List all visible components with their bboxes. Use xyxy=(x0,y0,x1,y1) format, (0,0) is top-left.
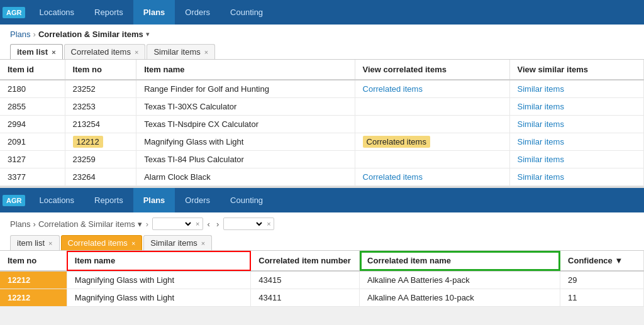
table-1-wrapper: Item id Item no Item name View correlate… xyxy=(0,60,644,186)
tab2-correlated-items[interactable]: Correlated items × xyxy=(61,235,143,250)
highlighted-item-no: 12212 xyxy=(73,136,103,148)
tab2-item-list-label: item list xyxy=(17,238,45,248)
col2-confidence[interactable]: Confidence ▼ xyxy=(560,251,644,271)
col-item-no: Item no xyxy=(65,60,136,80)
cell2-item-no: 12212 xyxy=(0,289,67,307)
table1-row: 312723259Texas TI-84 Plus CalculatorSimi… xyxy=(0,151,644,168)
similar-link[interactable]: Similar items xyxy=(518,155,564,164)
nav-orders[interactable]: Orders xyxy=(175,0,220,25)
nav-counting[interactable]: Counting xyxy=(220,0,273,25)
tab-item-list-label: item list xyxy=(17,47,48,57)
col-item-name: Item name xyxy=(136,60,355,80)
correlated-link[interactable]: Correlated items xyxy=(363,84,423,94)
tab2-similar-items[interactable]: Similar items × xyxy=(143,235,212,250)
cell-item-no: 213254 xyxy=(65,116,136,133)
cell-view-correlated: Correlated items xyxy=(355,80,509,98)
table1-row: 285523253Texas TI-30XS CalculatorSimilar… xyxy=(0,98,644,116)
table2-row: 12212Magnifying Glass with Light43411Alk… xyxy=(0,289,644,307)
logo-2: AGR xyxy=(3,195,25,206)
nav2-counting[interactable]: Counting xyxy=(220,188,273,212)
similar-link[interactable]: Similar items xyxy=(518,102,564,111)
cell-view-similar: Similar items xyxy=(509,151,644,168)
nav-locations[interactable]: Locations xyxy=(29,0,84,25)
filter-close-2[interactable]: × xyxy=(267,220,270,228)
panel-2: AGR Locations Reports Plans Orders Count… xyxy=(0,188,644,307)
tab2-similar-label: Similar items xyxy=(150,238,197,248)
cell2-item-name: Magnifying Glass with Light xyxy=(67,289,250,307)
breadcrumb-dropdown-icon[interactable]: ▾ xyxy=(146,30,150,38)
tab2-item-list[interactable]: item list × xyxy=(10,235,60,250)
cell-item-id: 2855 xyxy=(0,98,65,116)
cell-item-id: 2994 xyxy=(0,116,65,133)
similar-link[interactable]: Similar items xyxy=(518,137,564,146)
tab-similar-label: Similar items xyxy=(153,47,200,57)
tab-correlated-items[interactable]: Correlated items × xyxy=(64,44,146,59)
nav-plans[interactable]: Plans xyxy=(133,0,175,25)
col2-item-no: Item no xyxy=(0,251,67,271)
cell2-confidence: 11 xyxy=(560,289,644,307)
tab-item-list[interactable]: item list × xyxy=(10,44,63,59)
breadcrumb2-sep: › xyxy=(33,219,36,229)
col2-corr-item-name: Correlated item name xyxy=(360,251,560,271)
tab-similar-close[interactable]: × xyxy=(204,48,208,56)
cell-view-correlated xyxy=(355,151,509,168)
table-2-wrapper: Item no Item name Correlated item number… xyxy=(0,251,644,307)
correlated-items-table: Item no Item name Correlated item number… xyxy=(0,251,644,307)
tab-correlated-label: Correlated items xyxy=(71,47,131,57)
col2-corr-item-no: Correlated item number xyxy=(251,251,360,271)
breadcrumb-sep: › xyxy=(33,30,36,39)
cell-view-similar: Similar items xyxy=(509,168,644,186)
tab2-item-list-close[interactable]: × xyxy=(48,240,52,247)
tab-item-list-close[interactable]: × xyxy=(52,48,55,56)
nav2-reports[interactable]: Reports xyxy=(84,188,133,212)
nav-prev[interactable]: ‹ xyxy=(206,219,212,229)
cell-view-similar: Similar items xyxy=(509,80,644,98)
breadcrumb2-current: Correlation & Similar items xyxy=(38,219,135,229)
similar-link[interactable]: Similar items xyxy=(518,119,564,129)
nav2-plans[interactable]: Plans xyxy=(133,188,175,212)
cell2-corr-item-no: 43415 xyxy=(251,271,360,289)
breadcrumb-parent[interactable]: Plans xyxy=(10,30,31,39)
cell-item-id: 2180 xyxy=(0,80,65,98)
col-view-similar: View similar items xyxy=(509,60,644,80)
cell-item-no: 23252 xyxy=(65,80,136,98)
cell-view-correlated xyxy=(355,98,509,116)
cell-item-name: Texas TI-Nsdpire CX Calculator xyxy=(136,116,355,133)
cell-view-similar: Similar items xyxy=(509,133,644,151)
filter-select-2[interactable] xyxy=(226,219,264,229)
filter-box-2[interactable]: × xyxy=(223,218,274,230)
similar-link[interactable]: Similar items xyxy=(518,84,564,94)
tab2-correlated-label: Correlated items xyxy=(68,238,128,248)
tab-correlated-close[interactable]: × xyxy=(135,48,138,56)
tab2-similar-close[interactable]: × xyxy=(201,240,205,247)
logo-1: AGR xyxy=(3,7,25,18)
nav2-orders[interactable]: Orders xyxy=(175,188,220,212)
cell2-item-no: 12212 xyxy=(0,271,67,289)
cell-item-no: 12212 xyxy=(65,133,136,151)
col-view-correlated: View correlated items xyxy=(355,60,509,80)
tab2-correlated-close[interactable]: × xyxy=(131,240,135,247)
navbar-2: AGR Locations Reports Plans Orders Count… xyxy=(0,188,644,212)
breadcrumb2-parent[interactable]: Plans xyxy=(10,219,31,229)
nav2-locations[interactable]: Locations xyxy=(29,188,84,212)
filter-box-1[interactable]: × xyxy=(152,218,203,230)
tab-similar-items[interactable]: Similar items × xyxy=(147,44,215,59)
filter-close-1[interactable]: × xyxy=(196,220,199,228)
breadcrumb2-dropdown[interactable]: ▾ xyxy=(138,219,142,229)
filter-select-1[interactable] xyxy=(155,219,193,229)
cell-item-name: Alarm Clock Black xyxy=(136,168,355,186)
nav-next[interactable]: › xyxy=(214,219,221,229)
cell-item-no: 23264 xyxy=(65,168,136,186)
cell-item-id: 3377 xyxy=(0,168,65,186)
cell2-confidence: 29 xyxy=(560,271,644,289)
nav-reports[interactable]: Reports xyxy=(84,0,133,25)
app-container: AGR Locations Reports Plans Orders Count… xyxy=(0,0,644,307)
navbar-1: AGR Locations Reports Plans Orders Count… xyxy=(0,0,644,25)
cell-item-no: 23259 xyxy=(65,151,136,168)
highlighted-correlated-link[interactable]: Correlated items xyxy=(363,136,430,148)
correlated-link[interactable]: Correlated items xyxy=(363,172,423,182)
table1-row: 2994213254Texas TI-Nsdpire CX Calculator… xyxy=(0,116,644,133)
cell2-corr-item-name: Alkaline AA Batteries 10-pack xyxy=(360,289,560,307)
similar-link[interactable]: Similar items xyxy=(518,172,564,182)
cell-view-correlated: Correlated items xyxy=(355,168,509,186)
